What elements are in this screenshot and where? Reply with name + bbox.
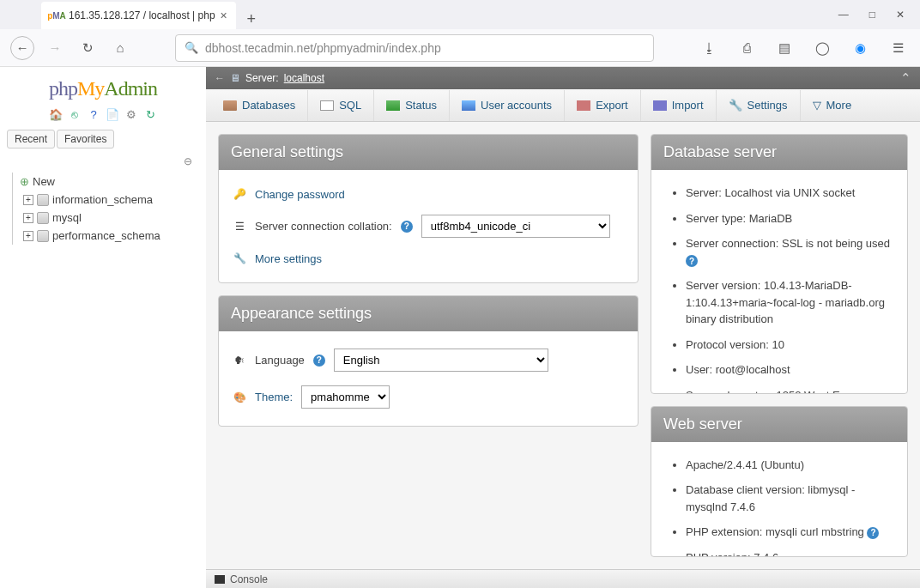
docs-icon[interactable]: ?: [87, 107, 100, 121]
nav-export[interactable]: Export: [565, 90, 641, 121]
tree-item-label: mysql: [52, 211, 82, 224]
downloads-icon[interactable]: ⭳: [697, 36, 721, 60]
tree-item-label: performance_schema: [52, 229, 160, 242]
help-icon[interactable]: ?: [686, 255, 698, 267]
chevron-down-icon: ▽: [813, 99, 821, 112]
database-icon: [37, 230, 49, 242]
reader-icon[interactable]: ▤: [772, 36, 796, 60]
expand-icon[interactable]: +: [23, 213, 33, 223]
list-item: Server connection: SSL is not being used…: [686, 231, 893, 273]
language-icon: 🗣: [233, 354, 246, 367]
recent-tab[interactable]: Recent: [7, 130, 55, 149]
breadcrumb-server-label: Server:: [245, 72, 279, 84]
expand-icon[interactable]: +: [23, 231, 33, 241]
logo: phpMyAdmin: [7, 72, 199, 104]
sql-file-icon[interactable]: 📄: [106, 107, 119, 121]
export-icon: [577, 100, 590, 111]
breadcrumb-server-value[interactable]: localhost: [284, 72, 324, 84]
list-item: User: root@localhost: [686, 357, 893, 383]
favorites-tab[interactable]: Favorites: [57, 130, 114, 149]
extension-icon[interactable]: ◉: [848, 36, 872, 60]
users-icon: [462, 100, 475, 111]
db-tree: ⊕ New + information_schema + mysql + per…: [7, 169, 199, 248]
panel-title: General settings: [219, 135, 638, 170]
nav-sql[interactable]: SQL: [308, 90, 374, 121]
general-settings-panel: General settings 🔑 Change password ☰ Ser…: [218, 134, 639, 283]
tree-item-label: information_schema: [52, 193, 153, 206]
console-toggle[interactable]: Console: [206, 569, 920, 588]
theme-link[interactable]: Theme:: [255, 391, 293, 403]
reload-nav-icon[interactable]: ↻: [143, 107, 157, 121]
collation-select[interactable]: utf8mb4_unicode_ci: [421, 215, 610, 238]
nav-user-accounts[interactable]: User accounts: [450, 90, 565, 121]
tree-item-mysql[interactable]: + mysql: [20, 209, 199, 227]
browser-tab[interactable]: pMA 161.35.128.127 / localhost | php ×: [41, 2, 236, 29]
search-icon: 🔍: [185, 41, 198, 54]
left-column: General settings 🔑 Change password ☰ Ser…: [218, 134, 639, 557]
panel-title: Web server: [651, 407, 907, 442]
tree-new[interactable]: ⊕ New: [20, 173, 199, 191]
right-column: Database server Server: Localhost via UN…: [651, 134, 908, 557]
list-item: Protocol version: 10: [686, 332, 893, 358]
theme-icon: 🎨: [233, 391, 246, 404]
sidebar-tabs: Recent Favorites: [7, 130, 199, 149]
tab-title: 161.35.128.127 / localhost | php: [69, 9, 215, 21]
collapse-nav-icon[interactable]: ⊖: [7, 154, 199, 169]
address-bar[interactable]: 🔍: [175, 34, 654, 62]
nav-label: Import: [672, 99, 704, 112]
tab-close-icon[interactable]: ×: [221, 9, 227, 22]
breadcrumb: ← 🖥 Server: localhost ⌃: [206, 67, 920, 89]
tree-item-information-schema[interactable]: + information_schema: [20, 191, 199, 209]
nav-import[interactable]: Import: [641, 90, 717, 121]
nav-status[interactable]: Status: [374, 90, 450, 121]
help-icon[interactable]: ?: [401, 221, 413, 233]
page-settings-icon[interactable]: ⌃: [900, 70, 911, 86]
nav-databases[interactable]: Databases: [211, 90, 308, 121]
collation-icon: ☰: [233, 220, 246, 233]
list-item: Database client version: libmysql - mysq…: [686, 477, 893, 519]
logout-icon[interactable]: ⎋: [68, 107, 82, 121]
help-icon[interactable]: ?: [867, 527, 879, 539]
logo-part-php: php: [49, 77, 77, 100]
web-server-panel: Web server Apache/2.4.41 (Ubuntu) Databa…: [651, 406, 908, 557]
back-button[interactable]: ←: [10, 36, 34, 60]
minimize-icon[interactable]: —: [838, 9, 849, 21]
list-item: PHP version: 7.4.6: [686, 545, 893, 557]
gear-icon[interactable]: ⚙: [124, 107, 138, 121]
server-icon: 🖥: [230, 72, 240, 84]
tree-new-label: New: [33, 175, 55, 188]
home-icon[interactable]: 🏠: [49, 107, 63, 121]
list-item: Server version: 10.4.13-MariaDB-1:10.4.1…: [686, 273, 893, 332]
collation-label: Server connection collation:: [255, 220, 392, 233]
nav-settings[interactable]: 🔧Settings: [717, 90, 801, 121]
close-icon[interactable]: ✕: [896, 9, 905, 21]
url-input[interactable]: [205, 41, 645, 55]
nav-more[interactable]: ▽More: [801, 90, 864, 121]
reload-button[interactable]: ↻: [76, 36, 100, 60]
help-icon[interactable]: ?: [313, 355, 325, 367]
language-select[interactable]: English: [334, 349, 548, 372]
sidebar: phpMyAdmin 🏠 ⎋ ? 📄 ⚙ ↻ Recent Favorites …: [0, 67, 206, 588]
database-icon: [223, 100, 237, 111]
browser-toolbar: ← → ↻ ⌂ 🔍 ⭳ ⎙ ▤ ◯ ◉ ☰: [0, 29, 920, 67]
account-icon[interactable]: ◯: [810, 36, 834, 60]
new-db-icon: ⊕: [20, 175, 29, 188]
logo-part-my: My: [77, 77, 104, 100]
database-icon: [37, 212, 49, 224]
sidebar-quick-icons: 🏠 ⎋ ? 📄 ⚙ ↻: [7, 104, 199, 130]
change-password-link[interactable]: Change password: [255, 188, 345, 201]
wrench-icon: 🔧: [729, 99, 742, 112]
library-icon[interactable]: ⎙: [735, 36, 759, 60]
forward-button[interactable]: →: [43, 36, 67, 60]
maximize-icon[interactable]: □: [869, 9, 875, 21]
menu-icon[interactable]: ☰: [886, 36, 910, 60]
wrench-icon: 🔧: [233, 252, 246, 265]
theme-select[interactable]: pmahomme: [301, 385, 390, 409]
expand-icon[interactable]: +: [23, 195, 33, 205]
new-tab-button[interactable]: +: [241, 9, 262, 29]
collapse-panel-icon[interactable]: ←: [215, 72, 225, 84]
nav-label: User accounts: [481, 99, 552, 112]
home-button[interactable]: ⌂: [108, 36, 132, 60]
tree-item-performance-schema[interactable]: + performance_schema: [20, 227, 199, 245]
more-settings-link[interactable]: More settings: [255, 252, 322, 265]
